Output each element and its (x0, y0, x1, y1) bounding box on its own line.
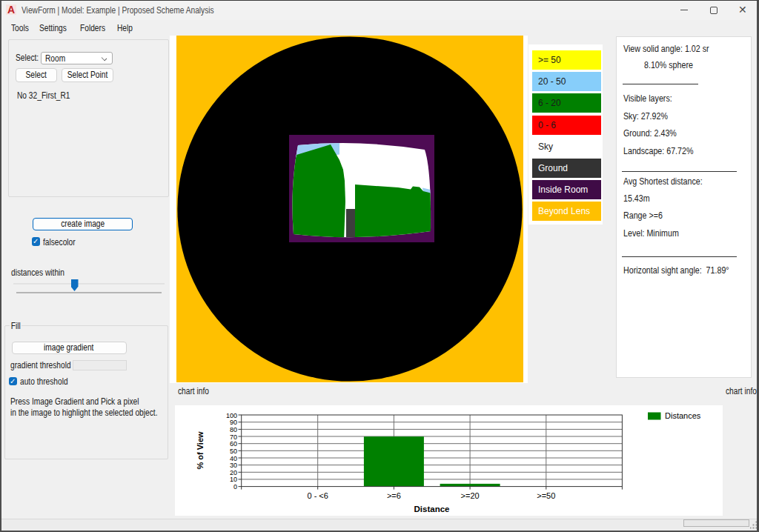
svg-text:0 - <6: 0 - <6 (307, 491, 328, 500)
svg-text:Distances: Distances (665, 411, 701, 420)
svg-text:40: 40 (230, 455, 237, 462)
svg-text:90: 90 (230, 419, 237, 426)
svg-text:50: 50 (230, 448, 237, 455)
svg-text:% of View: % of View (196, 431, 205, 470)
svg-text:>=50: >=50 (537, 491, 555, 500)
svg-text:0: 0 (233, 483, 237, 491)
svg-text:Distance: Distance (414, 505, 450, 513)
svg-text:20: 20 (230, 469, 237, 476)
svg-text:70: 70 (230, 433, 237, 441)
svg-text:30: 30 (230, 462, 237, 469)
svg-text:80: 80 (230, 426, 237, 433)
svg-text:10: 10 (230, 476, 237, 483)
svg-text:60: 60 (230, 440, 237, 448)
svg-text:100: 100 (226, 412, 237, 419)
svg-text:>=6: >=6 (387, 491, 401, 500)
svg-text:>=20: >=20 (461, 491, 480, 500)
